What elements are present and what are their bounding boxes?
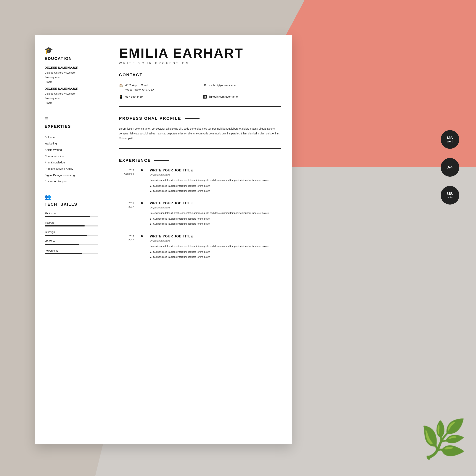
exp-org-2: Organization Name: [150, 206, 281, 209]
bullet-text: Suspendisse faucibus interdum posuere lo…: [153, 255, 210, 259]
badge-a4-label: A4: [447, 165, 453, 170]
contact-email-text: michel@yourmail.com: [209, 83, 237, 87]
exp-year-end-3: 2017: [128, 238, 134, 242]
exp-body-2: WRITE YOUR JOB TITLE Organization Name L…: [150, 201, 281, 227]
exp-entry-3: 2015 2017 WRITE YOUR JOB TITLE Organizat…: [119, 235, 281, 260]
skill-bar-fill: [45, 225, 85, 226]
exp-desc-2: Lorem ipsum dolor sit amet, consectetur …: [150, 211, 281, 215]
degree-2-university: College University Location: [45, 92, 98, 96]
exp-entry-2: 2015 2017 WRITE YOUR JOB TITLE Organizat…: [119, 201, 281, 227]
skill-illustrator: Illustrator: [45, 221, 98, 226]
skill-bar-fill: [45, 253, 82, 254]
bullet-arrow: ▶: [150, 255, 152, 259]
skill-bar-bg: [45, 253, 98, 254]
list-item: Customer Support: [45, 178, 98, 185]
exp-job-title-3: WRITE YOUR JOB TITLE: [150, 235, 281, 238]
exp-bullet: ▶ Suspendisse faucibus interdum posuere …: [150, 250, 281, 254]
skill-bar-fill: [45, 235, 87, 236]
contact-phone: 📱 617-359-4459: [119, 94, 197, 99]
exp-year-col-1: 2015 Continue: [119, 169, 134, 194]
degree-1-year: Passing Year: [45, 75, 98, 80]
badge-us-label: US: [447, 191, 453, 196]
contact-phone-text: 617-359-4459: [125, 94, 143, 99]
degree-1: DEGREE NAME|MAJOR College University Loc…: [45, 66, 98, 84]
exp-job-title-2: WRITE YOUR JOB TITLE: [150, 201, 281, 205]
list-item: Problem-Solving Ability: [45, 166, 98, 172]
degree-2: DEGREE NAME|MAJOR College University Loc…: [45, 87, 98, 105]
section-divider-line: [185, 118, 200, 119]
section-divider-line: [154, 160, 169, 161]
education-section: 🎓 EDUCATION DEGREE NAME|MAJOR College Un…: [45, 47, 98, 105]
bullet-arrow: ▶: [150, 189, 152, 193]
contact-grid: 🏠 4071 Aspen Court WoburnNew York, USA ✉…: [119, 83, 281, 107]
list-item: Software: [45, 134, 98, 140]
badge-ms-sub: Word: [447, 140, 453, 143]
tech-skills-section: 👥 TECH: SKILLS Photoshop Illustrator InD…: [45, 194, 98, 254]
contact-email: ✉ michel@yourmail.com: [203, 83, 281, 92]
exp-year-start-3: 2015: [128, 235, 134, 238]
tech-skills-title: TECH: SKILLS: [45, 202, 98, 207]
resume-name: EMILIA EARHART: [119, 47, 281, 60]
experience-title: EXPERIENCE: [119, 158, 151, 163]
sidebar: 🎓 EDUCATION DEGREE NAME|MAJOR College Un…: [35, 35, 106, 444]
bullet-text: Suspendisse faucibus interdum posuere lo…: [153, 217, 210, 221]
education-icon: 🎓: [45, 47, 98, 54]
exp-bullet: ▶ Suspendisse faucibus interdum posuere …: [150, 189, 281, 193]
section-divider-line: [146, 75, 161, 75]
skill-bar-bg: [45, 216, 98, 217]
main-content: EMILIA EARHART WRITE YOUR PROFESSION CON…: [106, 35, 292, 444]
experience-entries: 2015 Continue WRITE YOUR JOB TITLE Organ…: [119, 169, 281, 260]
exp-line-3: [142, 238, 142, 260]
bullet-text: Suspendisse faucibus interdum posuere lo…: [153, 189, 210, 193]
exp-entry-1: 2015 Continue WRITE YOUR JOB TITLE Organ…: [119, 169, 281, 194]
bullet-text: Suspendisse faucibus interdum posuere lo…: [153, 222, 210, 226]
profile-title: PROFESSIONAL PROFILE: [119, 116, 181, 121]
linkedin-icon: in: [203, 95, 207, 99]
badge-connector-1: [450, 149, 450, 158]
exp-year-start-2: 2015: [128, 201, 134, 205]
bullet-text: Suspendisse faucibus interdum posuere lo…: [153, 184, 210, 188]
contact-linkedin: in linkedin.com/username: [203, 94, 281, 99]
badge-us-letter: US Letter: [441, 186, 459, 204]
exp-year-start-1: 2015: [128, 169, 134, 172]
exp-body-3: WRITE YOUR JOB TITLE Organization Name L…: [150, 235, 281, 260]
bullet-arrow: ▶: [150, 184, 152, 188]
exp-line-1: [142, 172, 142, 194]
exp-year-end-1: Continue: [124, 172, 134, 176]
profile-section-header: PROFESSIONAL PROFILE: [119, 116, 281, 121]
skill-name: InDesign: [45, 231, 98, 234]
skill-bar-bg: [45, 235, 98, 236]
bullet-arrow: ▶: [150, 222, 152, 226]
expertise-list: Software Marketing Article Writing Commu…: [45, 134, 98, 185]
skill-name: Illustrator: [45, 221, 98, 224]
degree-1-university: College University Location: [45, 71, 98, 75]
skill-name: Powerpoint: [45, 249, 98, 252]
contact-address-text: 4071 Aspen Court WoburnNew York, USA: [125, 83, 154, 92]
skill-bar-fill: [45, 244, 79, 245]
skill-bar-bg: [45, 244, 98, 245]
exp-dot-1: [141, 169, 143, 171]
expertise-section: ≡ EXPERTIES Software Marketing Article W…: [45, 114, 98, 185]
contact-linkedin-text: linkedin.com/username: [209, 94, 238, 99]
list-item: Communication: [45, 153, 98, 159]
exp-year-col-3: 2015 2017: [119, 235, 134, 260]
address-icon: 🏠: [119, 83, 123, 87]
resume-card: 🎓 EDUCATION DEGREE NAME|MAJOR College Un…: [35, 35, 292, 444]
tech-skills-icon: 👥: [45, 194, 98, 200]
bullet-arrow: ▶: [150, 217, 152, 221]
degree-1-name: DEGREE NAME|MAJOR: [45, 66, 98, 69]
exp-timeline-1: [141, 169, 143, 194]
profile-text: Lorem ipsum dolor sit amet, consectetur …: [119, 126, 281, 149]
exp-bullet: ▶ Suspendisse faucibus interdum posuere …: [150, 217, 281, 221]
format-badges: MS Word A4 US Letter: [441, 130, 459, 204]
skill-bar-bg: [45, 225, 98, 226]
skill-bar-fill: [45, 216, 90, 217]
experience-section-header: EXPERIENCE: [119, 158, 281, 163]
exp-body-1: WRITE YOUR JOB TITLE Organization Name L…: [150, 169, 281, 194]
bullet-arrow: ▶: [150, 250, 152, 254]
list-item: Digital Design Knowledge: [45, 172, 98, 178]
degree-2-name: DEGREE NAME|MAJOR: [45, 87, 98, 91]
badge-ms-label: MS: [447, 136, 453, 140]
list-item: Marketing: [45, 140, 98, 147]
contact-section-header: CONTACT: [119, 72, 281, 77]
